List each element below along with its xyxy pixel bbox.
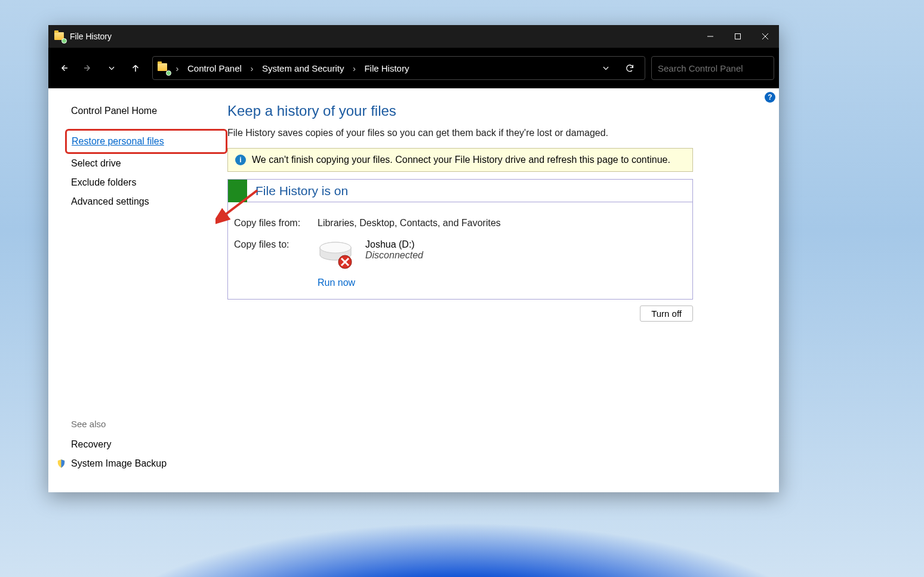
content-area: ? Control Panel Home Restore personal fi… (48, 88, 779, 492)
address-dropdown-button[interactable] (596, 58, 616, 78)
see-also-label: See also (71, 419, 227, 429)
shield-icon (56, 458, 66, 469)
copy-to-label: Copy files to: (234, 239, 318, 269)
address-icon (158, 62, 170, 74)
chevron-right-icon[interactable]: › (173, 63, 181, 73)
chevron-right-icon[interactable]: › (248, 63, 256, 73)
sidebar-control-panel-home[interactable]: Control Panel Home (71, 101, 227, 121)
drive-name: Joshua (D:) (365, 239, 423, 250)
annotation-highlight-box: Restore personal files (65, 129, 227, 154)
wallpaper (0, 487, 924, 577)
chevron-right-icon[interactable]: › (350, 63, 358, 73)
search-box[interactable] (651, 56, 774, 80)
file-history-window: File History › Control Pa (48, 25, 779, 492)
drive-status: Disconnected (365, 250, 423, 261)
maximize-button[interactable] (724, 25, 751, 48)
breadcrumb-file-history[interactable]: File History (362, 61, 411, 76)
main-panel: Keep a history of your files File Histor… (227, 88, 779, 492)
status-header: File History is on (228, 180, 692, 202)
warning-text: We can't finish copying your files. Conn… (252, 155, 670, 165)
svg-point-9 (320, 242, 351, 253)
status-box: File History is on Copy files from: Libr… (227, 179, 693, 300)
page-description: File History saves copies of your files … (227, 128, 693, 138)
see-also-system-image-backup[interactable]: System Image Backup (71, 454, 167, 473)
svg-rect-1 (735, 34, 741, 39)
help-button[interactable]: ? (765, 92, 775, 103)
status-title: File History is on (255, 184, 348, 198)
page-title: Keep a history of your files (227, 103, 693, 119)
status-indicator-icon (228, 180, 247, 202)
see-also-recovery[interactable]: Recovery (71, 435, 112, 454)
back-button[interactable] (53, 57, 75, 79)
close-button[interactable] (751, 25, 779, 48)
sidebar-restore-personal-files[interactable]: Restore personal files (72, 132, 164, 151)
search-input[interactable] (658, 63, 771, 73)
breadcrumb-control-panel[interactable]: Control Panel (185, 61, 244, 76)
sidebar: Control Panel Home Restore personal file… (48, 88, 227, 492)
forward-button[interactable] (77, 57, 98, 79)
copy-from-value: Libraries, Desktop, Contacts, and Favori… (318, 218, 501, 229)
warning-banner: i We can't finish copying your files. Co… (227, 148, 693, 172)
sidebar-select-drive[interactable]: Select drive (71, 154, 227, 173)
minimize-button[interactable] (697, 25, 724, 48)
sidebar-advanced-settings[interactable]: Advanced settings (71, 192, 227, 211)
file-history-icon (54, 31, 65, 42)
drive-disconnected-icon (318, 239, 355, 269)
turn-off-button[interactable]: Turn off (640, 306, 693, 322)
titlebar: File History (48, 25, 779, 48)
breadcrumb-system-security[interactable]: System and Security (260, 61, 347, 76)
window-title: File History (70, 32, 112, 41)
up-button[interactable] (125, 57, 146, 79)
recent-dropdown-button[interactable] (101, 57, 122, 79)
address-bar[interactable]: › Control Panel › System and Security › … (152, 56, 645, 80)
navbar: › Control Panel › System and Security › … (48, 48, 779, 88)
run-now-link[interactable]: Run now (318, 277, 355, 288)
see-also-section: See also Recovery System Image Backup (71, 419, 227, 485)
copy-from-label: Copy files from: (234, 218, 318, 229)
info-icon: i (235, 155, 246, 165)
refresh-button[interactable] (620, 58, 640, 78)
sidebar-exclude-folders[interactable]: Exclude folders (71, 173, 227, 192)
